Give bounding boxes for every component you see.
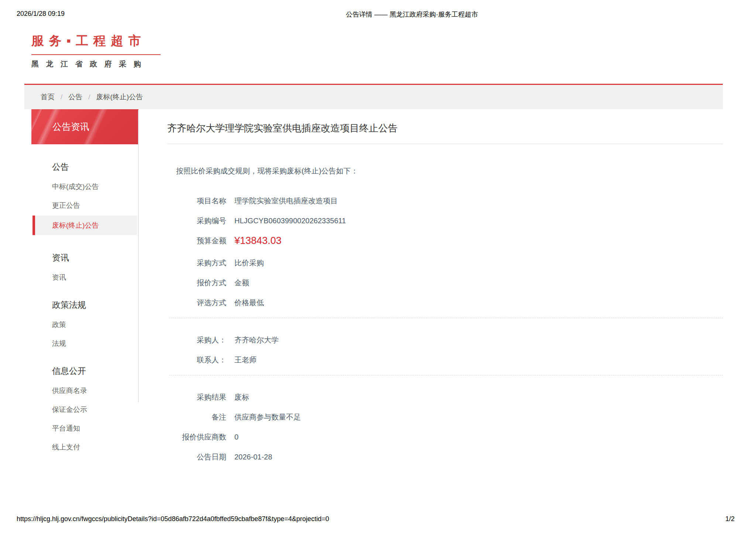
field-row-supplier-count: 报价供应商数 0 bbox=[167, 432, 723, 442]
field-row-project-name: 项目名称 理学院实验室供电插座改造项目 bbox=[167, 196, 723, 206]
field-value: 价格最低 bbox=[234, 298, 264, 308]
field-row-contact-person: 联系人： 王老师 bbox=[167, 355, 723, 365]
content-area: 公告资讯 公告 中标(成交)公告 更正公告 废标(终止)公告 资讯 资讯 政策法… bbox=[31, 109, 723, 472]
logo-title: 服 务 ▪ 工 程 超 市 bbox=[31, 32, 161, 55]
sidebar-item-policy[interactable]: 政策 bbox=[31, 320, 138, 330]
field-value: 废标 bbox=[234, 392, 249, 402]
field-label: 联系人： bbox=[167, 355, 226, 365]
field-label: 报价方式 bbox=[167, 278, 226, 288]
logo-subtitle: 黑 龙 江 省 政 府 采 购 bbox=[31, 59, 161, 69]
title-divider bbox=[167, 144, 723, 144]
sidebar: 公告资讯 公告 中标(成交)公告 更正公告 废标(终止)公告 资讯 资讯 政策法… bbox=[31, 109, 138, 452]
sidebar-section-title-announcements: 公告 bbox=[31, 161, 138, 173]
announcement-detail: 齐齐哈尔大学理学院实验室供电插座改造项目终止公告 按照比价采购成交规则，现将采购… bbox=[138, 109, 723, 472]
field-label: 报价供应商数 bbox=[167, 432, 226, 442]
announcement-title: 齐齐哈尔大学理学院实验室供电插座改造项目终止公告 bbox=[167, 121, 723, 135]
sidebar-section-title-information-disclosure: 信息公开 bbox=[31, 365, 138, 377]
sidebar-divider bbox=[138, 110, 139, 402]
field-row-procurement-number: 采购编号 HLJGCYB0603990020262335611 bbox=[167, 216, 723, 226]
sidebar-item-platform-notice[interactable]: 平台通知 bbox=[31, 423, 138, 433]
field-row-purchaser: 采购人： 齐齐哈尔大学 bbox=[167, 335, 723, 345]
sidebar-section-announcements: 公告 中标(成交)公告 更正公告 废标(终止)公告 bbox=[31, 161, 138, 235]
field-row-procurement-result: 采购结果 废标 bbox=[167, 392, 723, 402]
field-row-selection-method: 评选方式 价格最低 bbox=[167, 298, 723, 308]
field-label: 采购编号 bbox=[167, 216, 226, 226]
page-url: https://hljcg.hlj.gov.cn/fwgccs/publicit… bbox=[17, 515, 329, 523]
section-divider bbox=[169, 375, 723, 375]
sidebar-section-title-policy-regulation: 政策法规 bbox=[31, 299, 138, 311]
field-value: 齐齐哈尔大学 bbox=[234, 335, 279, 345]
field-value: 0 bbox=[234, 432, 238, 442]
sidebar-item-award-announcement[interactable]: 中标(成交)公告 bbox=[31, 182, 138, 192]
field-row-remark: 备注 供应商参与数量不足 bbox=[167, 412, 723, 422]
field-value: 供应商参与数量不足 bbox=[234, 412, 301, 422]
field-group-contact: 采购人： 齐齐哈尔大学 联系人： 王老师 bbox=[167, 335, 723, 365]
field-label: 公告日期 bbox=[167, 452, 226, 462]
field-value: 2026-01-28 bbox=[234, 452, 272, 462]
field-value: 理学院实验室供电插座改造项目 bbox=[234, 196, 338, 206]
sidebar-item-supplier-directory[interactable]: 供应商名录 bbox=[31, 386, 138, 396]
field-row-quotation-method: 报价方式 金额 bbox=[167, 278, 723, 288]
field-label: 采购方式 bbox=[167, 258, 226, 268]
field-group-result: 采购结果 废标 备注 供应商参与数量不足 报价供应商数 0 公告日期 2026-… bbox=[167, 392, 723, 462]
breadcrumb-announcements[interactable]: 公告 bbox=[68, 92, 82, 102]
sidebar-section-information-disclosure: 信息公开 供应商名录 保证金公示 平台通知 线上支付 bbox=[31, 365, 138, 452]
sidebar-item-deposit-publicity[interactable]: 保证金公示 bbox=[31, 404, 138, 414]
field-value: HLJGCYB0603990020262335611 bbox=[234, 216, 346, 226]
field-value: 金额 bbox=[234, 278, 249, 288]
field-label: 预算金额 bbox=[167, 236, 226, 246]
field-label: 备注 bbox=[167, 412, 226, 422]
field-label: 项目名称 bbox=[167, 196, 226, 206]
sidebar-section-news: 资讯 资讯 bbox=[31, 252, 138, 282]
field-value: 比价采购 bbox=[234, 258, 264, 268]
field-label: 评选方式 bbox=[167, 298, 226, 308]
field-group-project: 项目名称 理学院实验室供电插座改造项目 采购编号 HLJGCYB06039900… bbox=[167, 196, 723, 308]
print-header: 2026/1/28 09:19 公告详情 —— 黑龙江政府采购·服务工程超市 bbox=[0, 10, 756, 19]
page-number: 1/2 bbox=[725, 515, 735, 523]
breadcrumb-current: 废标(终止)公告 bbox=[96, 92, 143, 102]
breadcrumb-separator: / bbox=[61, 93, 62, 101]
print-footer: https://hljcg.hlj.gov.cn/fwgccs/publicit… bbox=[17, 515, 735, 523]
print-datetime: 2026/1/28 09:19 bbox=[17, 10, 65, 18]
sidebar-item-correction-announcement[interactable]: 更正公告 bbox=[31, 200, 138, 210]
field-label: 采购人： bbox=[167, 335, 226, 345]
sidebar-item-termination-announcement[interactable]: 废标(终止)公告 bbox=[32, 216, 137, 235]
field-value: 王老师 bbox=[234, 355, 257, 365]
breadcrumb-separator: / bbox=[88, 93, 90, 101]
print-page-title: 公告详情 —— 黑龙江政府采购·服务工程超市 bbox=[346, 10, 478, 19]
field-label: 采购结果 bbox=[167, 392, 226, 402]
announcement-intro: 按照比价采购成交规则，现将采购废标(终止)公告如下： bbox=[167, 166, 723, 176]
sidebar-section-title-news: 资讯 bbox=[31, 252, 138, 263]
budget-amount-value: ¥13843.03 bbox=[234, 236, 282, 246]
sidebar-section-policy-regulation: 政策法规 政策 法规 bbox=[31, 299, 138, 348]
sidebar-item-online-payment[interactable]: 线上支付 bbox=[31, 442, 138, 452]
breadcrumb: 首页 / 公告 / 废标(终止)公告 bbox=[24, 85, 723, 109]
field-row-procurement-method: 采购方式 比价采购 bbox=[167, 258, 723, 268]
field-row-announcement-date: 公告日期 2026-01-28 bbox=[167, 452, 723, 462]
section-divider bbox=[169, 318, 723, 318]
sidebar-item-news[interactable]: 资讯 bbox=[31, 272, 138, 282]
site-logo[interactable]: 服 务 ▪ 工 程 超 市 黑 龙 江 省 政 府 采 购 bbox=[31, 32, 161, 69]
sidebar-header: 公告资讯 bbox=[31, 109, 138, 144]
breadcrumb-home[interactable]: 首页 bbox=[41, 92, 55, 102]
field-row-budget-amount: 预算金额 ¥13843.03 bbox=[167, 236, 723, 246]
sidebar-item-regulation[interactable]: 法规 bbox=[31, 338, 138, 348]
